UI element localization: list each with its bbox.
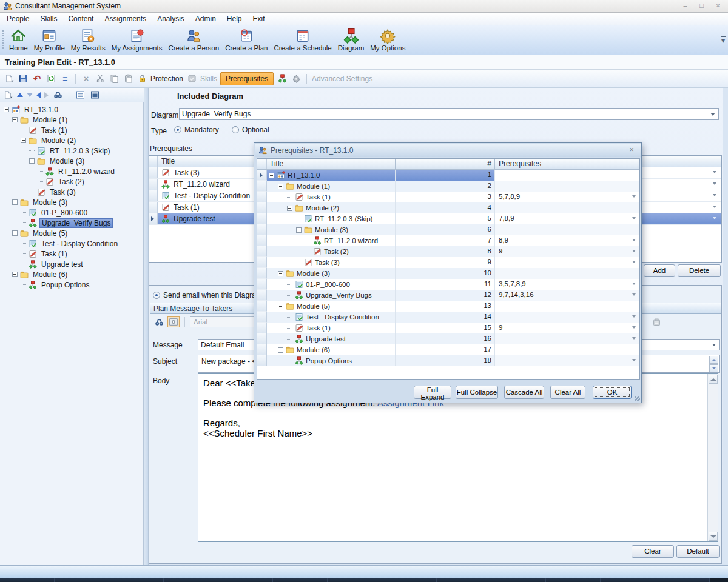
menu-assignments[interactable]: Assignments [99, 13, 152, 24]
dialog-row-prerequisites[interactable] [495, 333, 639, 344]
dialog-row-module-3[interactable]: Module (3)10 [257, 268, 639, 279]
tree-item-popup-options[interactable]: Popup Options [1, 279, 143, 290]
toolbar-my-assignments[interactable]: My Assignments [109, 27, 166, 52]
chevron-down-icon[interactable] [632, 326, 636, 329]
toolbar-create-a-person[interactable]: Create a Person [165, 27, 222, 52]
tree-item-module-3[interactable]: Module (3) [1, 197, 143, 207]
dialog-row-prerequisites[interactable]: 3,5,7,8,9 [495, 279, 639, 290]
menu-skills[interactable]: Skills [35, 13, 62, 24]
dialog-button-clear-all[interactable]: Clear All [550, 386, 585, 399]
chevron-down-icon[interactable] [632, 250, 636, 252]
chevron-down-icon[interactable] [632, 337, 636, 340]
expand-toggle-icon[interactable] [12, 199, 18, 205]
tree-item-rt-13-1-0[interactable]: RT_13.1.0 [1, 104, 143, 115]
spin-down-icon[interactable] [709, 364, 718, 372]
toolbar-overflow-chevron-icon[interactable]: ▾ [720, 36, 727, 45]
pane-splitter[interactable] [144, 88, 149, 565]
toolbar-my-options[interactable]: My Options [367, 27, 408, 52]
row-selector[interactable] [257, 355, 267, 366]
tree-item-rt-11-2-0-wizard[interactable]: RT_11.2.0 wizard [1, 166, 143, 176]
dialog-row-task-1[interactable]: Task (1)159 [257, 323, 639, 333]
dialog-row-prerequisites[interactable] [495, 301, 639, 312]
expand-toggle-icon[interactable] [278, 304, 283, 309]
row-selector[interactable] [257, 235, 267, 246]
menu-admin[interactable]: Admin [190, 13, 221, 24]
dialog-row-rt-11-2-0-wizard[interactable]: RT_11.2.0 wizard78,9 [257, 235, 639, 246]
tree-item-upgrade-test[interactable]: Upgrade test [1, 259, 143, 269]
mandatory-radio[interactable]: Mandatory [174, 125, 219, 134]
maximize-icon[interactable]: □ [696, 2, 707, 10]
tree-item-task-1[interactable]: Task (1) [1, 249, 143, 259]
expand-toggle-icon[interactable] [278, 347, 283, 353]
chevron-down-icon[interactable] [713, 182, 716, 185]
find-binoculars-icon[interactable] [52, 90, 63, 101]
dialog-row-popup-options[interactable]: Popup Options18 [257, 355, 639, 366]
protection-button[interactable]: Protection [150, 75, 183, 83]
dialog-button-full-expand[interactable]: Full Expand [414, 386, 451, 399]
chevron-down-icon[interactable] [632, 315, 636, 318]
preview-toggle-icon[interactable] [167, 316, 180, 327]
lock-icon[interactable] [136, 73, 147, 84]
dialog-button-full-collapse[interactable]: Full Collapse [456, 386, 498, 399]
expand-toggle-icon[interactable] [296, 227, 302, 233]
dialog-row-rt-13-1-0[interactable]: RT_13.1.01 [257, 170, 639, 181]
expand-toggle-icon[interactable] [12, 272, 18, 277]
toolbar-home[interactable]: Home [6, 27, 31, 52]
move-up-icon[interactable] [17, 93, 23, 97]
dialog-button-ok[interactable]: OK [593, 386, 632, 399]
expand-toggle-icon[interactable] [12, 230, 18, 236]
toolbar-grip[interactable] [2, 30, 4, 50]
title-column-header[interactable]: Title [267, 159, 396, 169]
tree-item-module-2[interactable]: Module (2) [1, 135, 143, 146]
row-selector[interactable] [257, 344, 267, 355]
chevron-down-icon[interactable] [713, 206, 716, 208]
toolbar-create-a-plan[interactable]: Create a Plan [222, 27, 271, 52]
row-selector[interactable] [257, 246, 267, 257]
resize-grip[interactable] [635, 396, 640, 401]
chevron-down-icon[interactable] [632, 283, 636, 285]
toolbar-diagram[interactable]: Diagram [335, 27, 367, 52]
dialog-row-prerequisites[interactable] [495, 257, 639, 268]
prerequisites-button[interactable]: Prerequisites [220, 72, 274, 85]
dialog-row-prerequisites[interactable] [495, 224, 639, 235]
spin-up-icon[interactable] [709, 356, 718, 364]
detail-view-icon[interactable] [89, 90, 100, 101]
dialog-row-module-1[interactable]: Module (1)2 [257, 181, 639, 192]
chevron-down-icon[interactable] [713, 194, 716, 196]
expand-toggle-icon[interactable] [4, 107, 9, 112]
menu-content[interactable]: Content [62, 13, 99, 24]
tree-item-module-1[interactable]: Module (1) [1, 115, 143, 125]
toolbar-create-a-schedule[interactable]: Create a Schedule [271, 27, 335, 52]
move-left-icon[interactable] [36, 92, 41, 98]
cut-icon[interactable] [95, 73, 106, 84]
optional-radio[interactable]: Optional [232, 125, 269, 134]
add-button[interactable]: Add [644, 264, 675, 277]
row-selector[interactable] [149, 202, 158, 213]
row-selector[interactable] [257, 257, 267, 268]
tree-item-test-display-condition[interactable]: Test - Display Condition [1, 238, 143, 249]
tree-item-task-2[interactable]: Task (2) [1, 176, 143, 187]
expand-toggle-icon[interactable] [278, 271, 283, 276]
row-selector[interactable] [149, 213, 158, 224]
advanced-settings-button[interactable]: Advanced Settings [312, 75, 372, 83]
expand-toggle-icon[interactable] [21, 138, 26, 143]
menu-analysis[interactable]: Analysis [152, 13, 190, 24]
move-down-icon[interactable] [27, 93, 33, 97]
expand-toggle-icon[interactable] [269, 173, 274, 178]
dialog-row-prerequisites[interactable] [495, 344, 639, 355]
menu-exit[interactable]: Exit [248, 13, 271, 24]
copy-icon[interactable] [109, 73, 120, 84]
dialog-row-prerequisites[interactable] [495, 202, 639, 213]
row-selector[interactable] [149, 179, 158, 190]
row-selector[interactable] [257, 301, 267, 312]
font-family-select[interactable]: Arial [190, 316, 263, 327]
dialog-row-prerequisites[interactable] [495, 268, 639, 279]
save-icon[interactable] [18, 73, 29, 84]
new-node-icon[interactable] [2, 90, 13, 101]
dialog-row-upgrade-test[interactable]: Upgrade test16 [257, 333, 639, 344]
row-selector[interactable] [257, 170, 267, 181]
chevron-down-icon[interactable] [632, 293, 636, 296]
row-selector[interactable] [149, 167, 158, 178]
tree-item-task-3[interactable]: Task (3) [1, 187, 143, 197]
dialog-row-upgrade-verify-bugs[interactable]: Upgrade_Verify Bugs129,7,14,3,16 [257, 290, 639, 301]
